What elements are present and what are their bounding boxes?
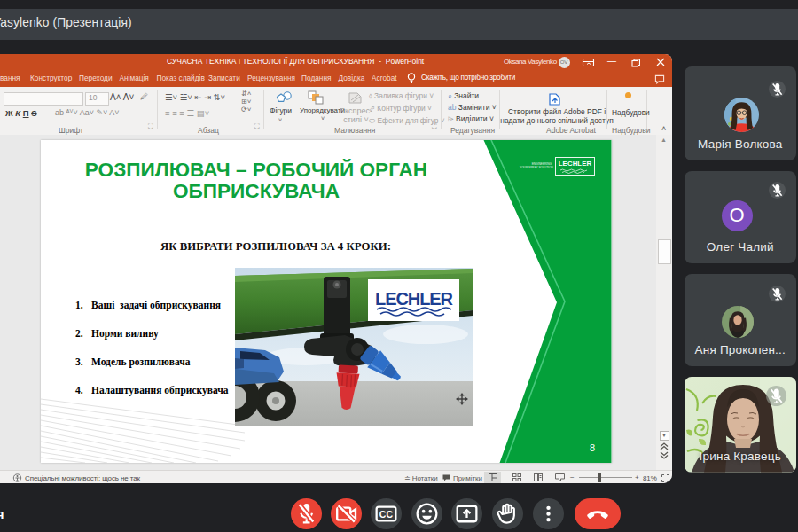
svg-text:LECHLER: LECHLER — [375, 289, 454, 309]
svg-text:CC: CC — [379, 509, 394, 520]
